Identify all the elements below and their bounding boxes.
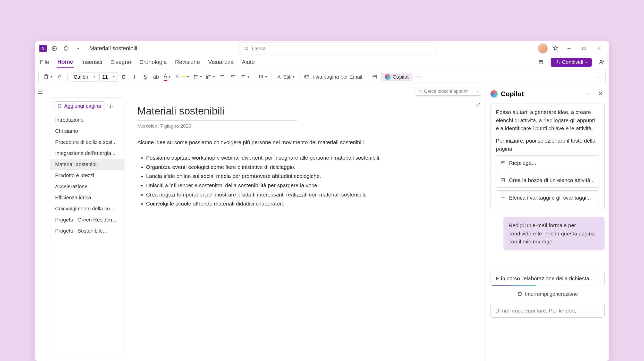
tab-history[interactable]: Cronologia: [139, 57, 167, 67]
page-item[interactable]: Introduzione: [50, 114, 124, 126]
svg-rect-41: [58, 105, 61, 108]
strikethrough-button[interactable]: ab: [151, 72, 161, 81]
page-item[interactable]: Materiali sostenibili: [50, 159, 124, 170]
paste-button[interactable]: ▾: [42, 72, 54, 81]
tab-view[interactable]: Visualizza: [208, 57, 234, 67]
share-icon: [555, 60, 560, 64]
toolbar-chevron-icon[interactable]: ⌄: [593, 72, 602, 81]
italic-button[interactable]: I: [130, 72, 139, 81]
page-title[interactable]: Materiali sostenibili: [137, 105, 297, 121]
copilot-close-icon[interactable]: ✕: [596, 90, 605, 98]
copilot-input[interactable]: Dimmi cosa vuoi fare. Per le idee,: [490, 304, 605, 318]
dropdown-icon[interactable]: ▾: [74, 44, 82, 53]
page-item[interactable]: Chi siamo: [50, 126, 124, 137]
copilot-stop-button[interactable]: Interrompi generazione: [490, 291, 605, 297]
svg-rect-6: [539, 60, 543, 64]
bold-button[interactable]: G: [119, 72, 128, 81]
nav-toggle[interactable]: ☰: [35, 85, 46, 361]
minimize-button[interactable]: [563, 43, 575, 54]
page-item[interactable]: Integrazione dell'energia...: [50, 148, 124, 159]
menubar: File Home Inserisci Disegno Cronologia R…: [35, 56, 609, 69]
copilot-icon: [490, 90, 498, 97]
tab-insert[interactable]: Inserisci: [81, 57, 103, 67]
tag-button[interactable]: ▾: [257, 72, 268, 81]
wave-icon: [500, 195, 505, 200]
copilot-more-icon[interactable]: ⋯: [585, 90, 593, 98]
editor[interactable]: ⤢ Materiali sostenibili Mercoledì 7 giug…: [124, 97, 486, 361]
search-icon: [244, 46, 249, 51]
copilot-user-message: Redigi un'e-mail formale per condividere…: [503, 217, 605, 250]
suggestion-pros-cons[interactable]: Elenca i vantaggi e gli svantaggi...: [496, 190, 599, 205]
list-item[interactable]: Possiamo ospitare workshop e webinar div…: [146, 153, 473, 162]
format-painter-button[interactable]: [55, 72, 64, 81]
align-button[interactable]: ▾: [239, 72, 251, 81]
maximize-button[interactable]: [578, 43, 590, 54]
meeting-button[interactable]: [370, 72, 379, 81]
suggestion-task-list[interactable]: Crea la bozza di un elenco attività...: [496, 173, 599, 188]
toolbar: ▾ Calibri ▾ 11 ▾ G I S ab A ▾ ▾ ▾: [38, 70, 606, 84]
fullscreen-icon[interactable]: [538, 60, 544, 65]
copilot-panel: Copilot ⋯ ✕ Posso aiutarti a generare id…: [486, 85, 609, 361]
page-item[interactable]: Accelerazione: [50, 181, 124, 192]
sort-button[interactable]: [107, 102, 116, 110]
highlight-button[interactable]: ▾: [173, 72, 190, 81]
more-button[interactable]: ⋯: [414, 72, 423, 81]
user-avatar[interactable]: [538, 43, 548, 54]
list-item[interactable]: Lancia sfide online sui social media per…: [146, 171, 473, 181]
undo-button[interactable]: [62, 44, 70, 53]
svg-point-9: [600, 60, 602, 62]
people-icon[interactable]: [599, 59, 605, 65]
suggestion-summarize[interactable]: Riepiloga...: [496, 155, 599, 170]
copilot-button[interactable]: Copilot: [381, 73, 412, 81]
svg-point-10: [602, 61, 604, 62]
svg-rect-45: [501, 178, 504, 182]
back-button[interactable]: [50, 44, 58, 53]
share-button[interactable]: Condividi ▾: [551, 58, 592, 67]
page-item[interactable]: Progetti - Sostenibile...: [50, 225, 124, 236]
titlebar: N ▾ Materiali sostenibili: [35, 41, 609, 56]
tab-file[interactable]: File: [39, 57, 49, 67]
chevron-down-icon: ▾: [585, 60, 587, 64]
list-item[interactable]: Organizza eventi ecologici come fiere o …: [146, 162, 473, 172]
page-item[interactable]: Prodotto e prezzi: [50, 170, 124, 181]
email-page-button[interactable]: Invia pagina per Email: [302, 72, 364, 81]
page-item[interactable]: Efficienza idrica: [50, 192, 124, 203]
font-family-select[interactable]: Calibri ▾: [71, 72, 98, 81]
svg-point-13: [194, 75, 195, 76]
page-item[interactable]: Coinvolgimento della co...: [50, 203, 124, 214]
tab-draw[interactable]: Disegno: [110, 57, 132, 67]
svg-point-15: [194, 77, 195, 77]
numbered-list-button[interactable]: 123 ▾: [205, 72, 216, 81]
search-input[interactable]: [252, 46, 430, 52]
outdent-button[interactable]: [218, 72, 227, 81]
body: ☰ Cerca blocchi appunti ▾ Aggiungi pagin…: [35, 85, 609, 361]
page-list: Aggiungi pagina IntroduzioneChi siamoPro…: [50, 97, 124, 357]
intro-text[interactable]: Alcune idee su come possiamo coinvolgere…: [137, 139, 473, 145]
tab-help[interactable]: Aiuto: [241, 57, 255, 67]
svg-rect-46: [518, 292, 521, 296]
underline-button[interactable]: S: [141, 72, 150, 81]
checkbox-icon: [500, 178, 505, 183]
premium-icon[interactable]: [552, 44, 560, 53]
add-page-button[interactable]: Aggiungi pagina: [54, 101, 105, 111]
indent-button[interactable]: [228, 72, 238, 81]
search-box[interactable]: [240, 43, 435, 54]
list-item[interactable]: Crea negozi temporanei per mostrare prod…: [146, 190, 473, 199]
close-button[interactable]: [593, 43, 605, 54]
page-item[interactable]: Procedure di edilizia sost...: [50, 137, 124, 148]
page-item[interactable]: Progetti - Green Residen...: [50, 214, 124, 225]
page-date: Mercoledì 7 giugno 2025: [137, 123, 473, 129]
bullet-list[interactable]: Possiamo ospitare workshop e webinar div…: [137, 153, 473, 208]
svg-rect-3: [583, 47, 585, 50]
list-item[interactable]: Coinvolgi le scuole offrendo materiali d…: [146, 199, 473, 208]
tab-home[interactable]: Home: [57, 57, 73, 68]
notebook-search[interactable]: Cerca blocchi appunti ▾: [415, 87, 482, 96]
styles-button[interactable]: Stili ▾: [275, 72, 296, 81]
font-size-select[interactable]: 11 ▾: [99, 72, 117, 81]
expand-icon[interactable]: ⤢: [476, 101, 480, 108]
copilot-icon: [385, 74, 391, 80]
list-item[interactable]: Unisciti a influencer e sostenitori dell…: [146, 181, 473, 190]
bullet-list-button[interactable]: ▾: [192, 72, 203, 81]
font-color-button[interactable]: A ▾: [162, 72, 172, 81]
tab-review[interactable]: Revisione: [174, 57, 200, 67]
